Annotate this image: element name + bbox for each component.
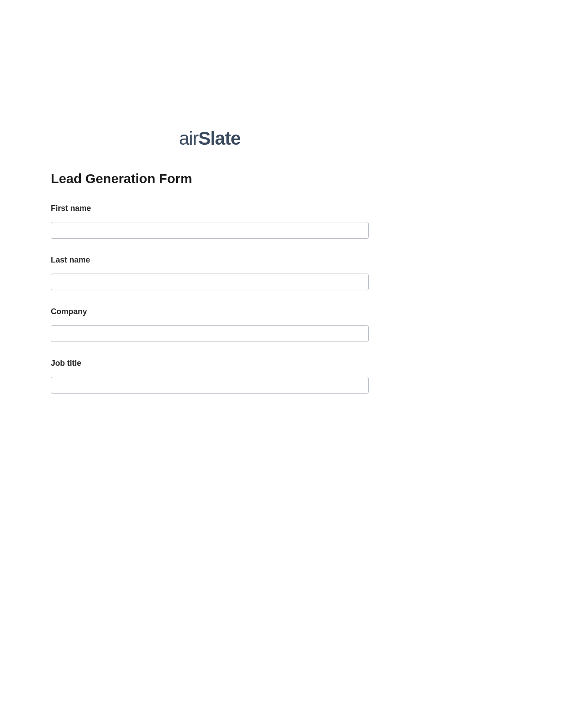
logo-prefix: air <box>179 128 198 149</box>
form-title: Lead Generation Form <box>51 171 369 186</box>
field-group-first-name: First name <box>51 204 369 239</box>
company-label: Company <box>51 307 369 316</box>
logo: airSlate <box>51 128 369 149</box>
logo-text: airSlate <box>179 128 240 149</box>
first-name-input[interactable] <box>51 222 369 239</box>
first-name-label: First name <box>51 204 369 213</box>
last-name-label: Last name <box>51 255 369 265</box>
logo-suffix: Slate <box>198 128 240 149</box>
field-group-company: Company <box>51 307 369 342</box>
form-container: airSlate Lead Generation Form First name… <box>51 128 369 410</box>
job-title-label: Job title <box>51 359 369 368</box>
field-group-job-title: Job title <box>51 359 369 394</box>
company-input[interactable] <box>51 325 369 342</box>
last-name-input[interactable] <box>51 274 369 290</box>
job-title-input[interactable] <box>51 377 369 394</box>
field-group-last-name: Last name <box>51 255 369 290</box>
